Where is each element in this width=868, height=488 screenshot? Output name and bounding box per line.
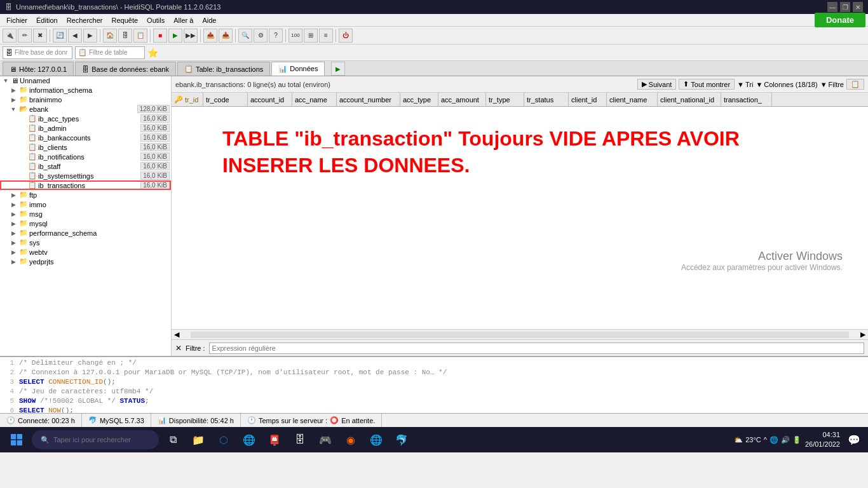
filter-close-btn[interactable]: ✕: [175, 344, 182, 353]
home-btn[interactable]: 🏠: [103, 29, 117, 43]
db-btn[interactable]: 🗄: [118, 29, 132, 43]
run-all-btn[interactable]: ▶▶: [184, 29, 198, 43]
taskbar-search-box[interactable]: 🔍: [32, 430, 159, 449]
menu-aller-a[interactable]: Aller à: [170, 15, 197, 25]
tree-db-ebank[interactable]: ▼ 📂 ebank 128,0 KiB: [0, 104, 171, 114]
tree-db-sys[interactable]: ▶ 📁 sys: [0, 238, 171, 247]
menu-rechercher[interactable]: Rechercher: [63, 15, 107, 25]
table-label: ib_admin: [38, 125, 138, 132]
tree-db-immo[interactable]: ▶ 📁 immo: [0, 200, 171, 209]
grid-btn[interactable]: ⊞: [304, 29, 318, 43]
import-btn[interactable]: 📥: [219, 29, 233, 43]
tree-db-yedprjts[interactable]: ▶ 📁 yedprjts: [0, 257, 171, 266]
col-tr-type: tr_type: [486, 93, 524, 106]
chevron-icon: ^: [764, 436, 767, 444]
tree-table-ib-transactions[interactable]: 📋 ib_transactions 16,0 KiB: [0, 180, 171, 190]
filter-input[interactable]: [209, 342, 864, 354]
donate-button[interactable]: Donate: [815, 13, 865, 27]
tab-table[interactable]: 📋 Table: ib_transactions: [177, 62, 270, 76]
tree-table-ib-acc-types[interactable]: 📋 ib_acc_types 16,0 KiB: [0, 114, 171, 123]
scroll-right-btn[interactable]: ▶: [858, 330, 868, 339]
tree-db-label: sys: [29, 239, 170, 247]
next-btn[interactable]: ▶ Suivant: [637, 79, 677, 90]
tree-table-ib-systemsettings[interactable]: 📋 ib_systemsettings 16,0 KiB: [0, 171, 171, 180]
edit-session-btn[interactable]: ✏: [18, 29, 32, 43]
notification-btn[interactable]: 💬: [844, 430, 864, 450]
zoom-btn[interactable]: 🔍: [238, 29, 252, 43]
sort-control[interactable]: ▼ Tri: [737, 81, 753, 88]
tab-database[interactable]: 🗄 Base de données: ebank: [75, 62, 176, 76]
menu-fichier[interactable]: Fichier: [3, 15, 31, 25]
edge-btn[interactable]: 🌐: [365, 428, 388, 451]
app-btn-2[interactable]: 🗄: [288, 428, 311, 451]
start-button[interactable]: [4, 428, 29, 451]
tree-root[interactable]: ▼ 🖥 Unnamed: [0, 76, 171, 85]
task-view-btn[interactable]: ⧉: [161, 428, 184, 451]
main-layout: ▼ 🖥 Unnamed ▶ 📁 information_schema ▶ 📁 b…: [0, 76, 868, 356]
uptime-icon: 📊: [158, 416, 166, 424]
tree-db-msg[interactable]: ▶ 📁 msg: [0, 209, 171, 219]
new-session-btn[interactable]: 🔌: [3, 29, 17, 43]
taskbar-search-input[interactable]: [53, 436, 150, 444]
minimize-button[interactable]: —: [827, 2, 837, 12]
menu-requete[interactable]: Requête: [108, 15, 142, 25]
tree-table-ib-staff[interactable]: 📋 ib_staff 16,0 KiB: [0, 161, 171, 171]
tab-data[interactable]: 📊 Données: [271, 62, 325, 76]
tree-table-ib-admin[interactable]: 📋 ib_admin 16,0 KiB: [0, 123, 171, 133]
settings-btn[interactable]: ⚙: [254, 29, 268, 43]
tree-db-performance-schema[interactable]: ▶ 📁 performance_schema: [0, 228, 171, 238]
columns-control[interactable]: ▼ Colonnes (18/18): [756, 81, 817, 88]
favorites-icon: ⭐: [147, 48, 158, 58]
table-filter-box[interactable]: 📋 Filtre de table: [75, 46, 145, 59]
explorer-btn[interactable]: 📁: [187, 428, 210, 451]
forward-btn[interactable]: ▶: [83, 29, 97, 43]
format-btn[interactable]: ≡: [319, 29, 333, 43]
app-btn-1[interactable]: 📮: [263, 428, 286, 451]
back-btn[interactable]: ◀: [68, 29, 82, 43]
app-btn-3[interactable]: 🎮: [314, 428, 337, 451]
browser-btn[interactable]: 🌐: [238, 428, 261, 451]
tree-db-webtv[interactable]: ▶ 📁 webtv: [0, 247, 171, 257]
stop-btn[interactable]: ■: [153, 29, 167, 43]
refresh-btn[interactable]: 🔄: [53, 29, 67, 43]
sep1: [50, 29, 50, 42]
vs-code-btn[interactable]: ⬡: [212, 428, 235, 451]
heidi-btn[interactable]: 🐬: [390, 428, 413, 451]
mysql-label: MySQL 5.7.33: [100, 417, 144, 424]
delete-session-btn[interactable]: ✖: [33, 29, 47, 43]
copy-btn[interactable]: 📋: [846, 79, 864, 90]
tree-db-mysql[interactable]: ▶ 📁 mysql: [0, 219, 171, 228]
filter-label: Filtre: [829, 81, 844, 88]
data-content[interactable]: TABLE "ib_transaction" Toujours VIDE APR…: [172, 107, 868, 329]
table-label: ib_notifications: [38, 153, 138, 161]
close-button[interactable]: ✕: [853, 2, 863, 12]
tree-table-ib-clients[interactable]: 📋 ib_clients 16,0 KiB: [0, 142, 171, 152]
table-btn[interactable]: 📋: [133, 29, 147, 43]
menu-aide[interactable]: Aide: [198, 15, 220, 25]
db-filter-box[interactable]: 🗄 Filtre base de donr: [3, 46, 72, 59]
run-query-btn[interactable]: ▶: [331, 62, 345, 76]
power-btn[interactable]: ⏻: [339, 29, 353, 43]
tree-db-brainimmo[interactable]: ▶ 📁 brainimmo: [0, 95, 171, 104]
tree-table-ib-notifications[interactable]: 📋 ib_notifications 16,0 KiB: [0, 152, 171, 161]
run-btn[interactable]: ▶: [168, 29, 182, 43]
table-size: 16,0 KiB: [140, 143, 170, 151]
tree-db-ftp[interactable]: ▶ 📁 ftp: [0, 190, 171, 200]
help-btn[interactable]: ?: [269, 29, 283, 43]
sql-editor[interactable]: 1 /* Délimiteur changé en ; */ 2 /* Conn…: [0, 356, 868, 413]
tree-db-information-schema[interactable]: ▶ 📁 information_schema: [0, 85, 171, 95]
tab-host[interactable]: 🖥 Hôte: 127.0.0.1: [3, 62, 74, 76]
horizontal-scrollbar[interactable]: ◀ ▶: [172, 329, 868, 339]
export-btn[interactable]: 📤: [203, 29, 217, 43]
scroll-left-btn[interactable]: ◀: [172, 330, 182, 339]
tree-table-ib-bankaccounts[interactable]: 📋 ib_bankaccounts 16,0 KiB: [0, 133, 171, 142]
en-attente-label: En attente.: [341, 417, 375, 424]
chrome-btn[interactable]: ◉: [339, 428, 362, 451]
menu-outils[interactable]: Outils: [143, 15, 168, 25]
show-all-btn[interactable]: ⬆ Tout montrer: [679, 79, 735, 90]
filter-control[interactable]: ▼ Filtre: [820, 81, 844, 88]
scroll-track[interactable]: [191, 332, 849, 338]
count-btn[interactable]: 100: [288, 29, 302, 43]
maximize-button[interactable]: ❐: [840, 2, 850, 12]
menu-edition[interactable]: Édition: [32, 15, 62, 25]
